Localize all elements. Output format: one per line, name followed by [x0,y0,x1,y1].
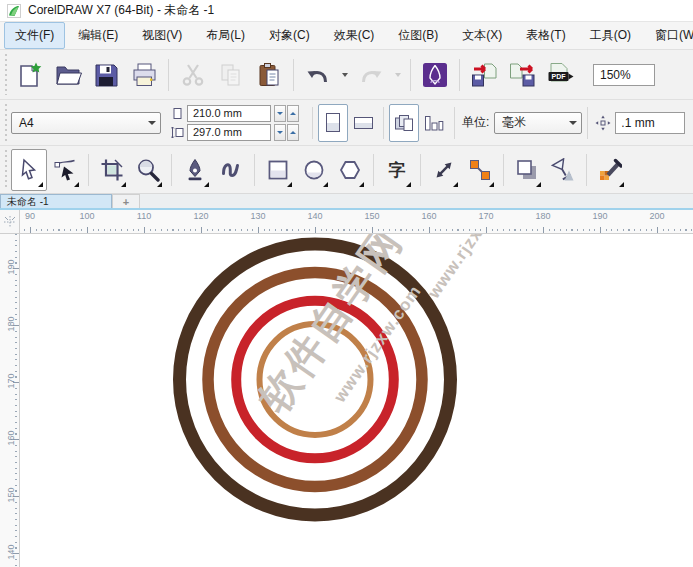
property-bar-separator [383,107,384,139]
open-button[interactable] [49,55,87,95]
media-icon [219,158,243,182]
chevron-down-icon [569,121,577,125]
polygon-tool[interactable] [332,149,368,191]
ruler-label: 170 [6,372,16,390]
ring-tan[interactable] [260,324,371,435]
menu-edit[interactable]: 编辑(E) [67,22,129,49]
menu-table[interactable]: 表格(T) [515,22,576,49]
transparency-icon [551,158,575,182]
paste-button[interactable] [250,55,288,95]
transparency-tool[interactable] [545,149,581,191]
menu-tools[interactable]: 工具(O) [579,22,642,49]
export-button[interactable] [503,55,541,95]
page-height-field[interactable]: 297.0 mm [187,124,271,141]
connector-tool[interactable] [462,149,498,191]
units-label: 单位: [462,114,489,131]
property-bar-separator [454,107,455,139]
vertical-ruler[interactable]: 190180170160150140 [0,234,20,567]
text-tool[interactable]: 字 [379,149,415,191]
ellipse-tool[interactable] [296,149,332,191]
current-page-button[interactable] [419,104,449,142]
ruler-major-tick [258,227,259,233]
landscape-orientation-button[interactable] [348,104,378,142]
shape-icon [53,158,77,182]
ruler-origin-button[interactable] [0,210,20,234]
undo-options-dropdown[interactable] [337,55,352,95]
ruler-label: 200 [649,211,664,221]
import-button[interactable] [465,55,503,95]
pen-tool[interactable] [177,149,213,191]
menu-effects[interactable]: 效果(C) [323,22,386,49]
property-bar: A4 210.0 mm 297.0 mm [0,100,693,146]
drop-shadow-tool[interactable] [509,149,545,191]
ruler-major-tick [315,227,316,233]
redo-options-dropdown[interactable] [390,55,405,95]
menu-view[interactable]: 视图(V) [131,22,193,49]
chevron-down-icon [395,73,401,77]
ruler-major-tick [201,227,202,233]
toolbox-separator [171,154,172,186]
paper-size-combo[interactable]: A4 [11,112,161,134]
pick-tool[interactable] [11,149,47,191]
portrait-orientation-button[interactable] [318,104,348,142]
new-icon [16,61,44,89]
application-launcher-button[interactable] [416,55,454,95]
svg-text:字: 字 [389,160,406,180]
page-height-icon [171,126,184,139]
menu-bitmaps[interactable]: 位图(B) [387,22,449,49]
redo-button[interactable] [352,55,390,95]
ruler-major-tick [429,227,430,233]
flyout-indicator [38,182,43,187]
ruler-major-tick [30,227,31,233]
nudge-offset-field[interactable]: .1 mm [615,112,685,134]
toolbox-grip[interactable] [3,150,9,189]
publish-pdf-button[interactable]: PDF [541,55,579,95]
page-width-field[interactable]: 210.0 mm [187,105,271,122]
paper-size-value: A4 [19,116,142,130]
artistic-media-tool[interactable] [213,149,249,191]
units-combo[interactable]: 毫米 [494,112,582,134]
save-icon [92,61,120,89]
eyedropper-tool[interactable] [592,149,628,191]
menu-file[interactable]: 文件(F) [4,22,65,49]
document-tab-active[interactable]: 未命名 -1 [0,194,112,208]
save-button[interactable] [87,55,125,95]
toolbar-grip[interactable] [3,54,9,95]
toolbox-separator [586,154,587,186]
copy-button[interactable] [212,55,250,95]
menu-text[interactable]: 文本(X) [451,22,513,49]
page-height-spinner[interactable] [274,124,299,141]
new-document-button[interactable] [11,55,49,95]
polygon-icon [338,158,362,182]
shape-tool[interactable] [47,149,83,191]
stacked-pages-icon [394,113,414,133]
all-pages-button[interactable] [389,104,419,142]
units-value: 毫米 [502,114,563,131]
page-width-spinner[interactable] [274,105,299,122]
property-bar-grip[interactable] [3,104,9,141]
coreldraw-app-icon [7,4,21,18]
crop-tool[interactable] [94,149,130,191]
menu-window[interactable]: 窗口(W) [644,22,693,49]
export-icon [508,61,536,89]
ring-outer-dark-brown[interactable] [180,244,451,515]
undo-button[interactable] [299,55,337,95]
ruler-minor-ticks [15,234,17,567]
ruler-label: 140 [6,543,16,561]
chevron-down-icon [148,121,156,125]
cut-icon [179,61,207,89]
zoom-level-combo[interactable]: 150% [593,64,655,86]
new-tab-button[interactable]: + [112,194,140,208]
cut-button[interactable] [174,55,212,95]
print-button[interactable] [125,55,163,95]
menu-layout[interactable]: 布局(L) [195,22,256,49]
menu-object[interactable]: 对象(C) [258,22,321,49]
rectangle-tool[interactable] [260,149,296,191]
ruler-label: 190 [6,258,16,276]
dimension-tool[interactable] [426,149,462,191]
horizontal-ruler[interactable]: 90100110120130140150160170180190200 [20,210,693,234]
zoom-tool[interactable] [130,149,166,191]
ruler-origin-icon [3,215,17,229]
drawing-canvas[interactable]: 软件自学网 www.rjzxw.com www.rjzxw.com [20,234,693,567]
copy-icon [217,61,245,89]
